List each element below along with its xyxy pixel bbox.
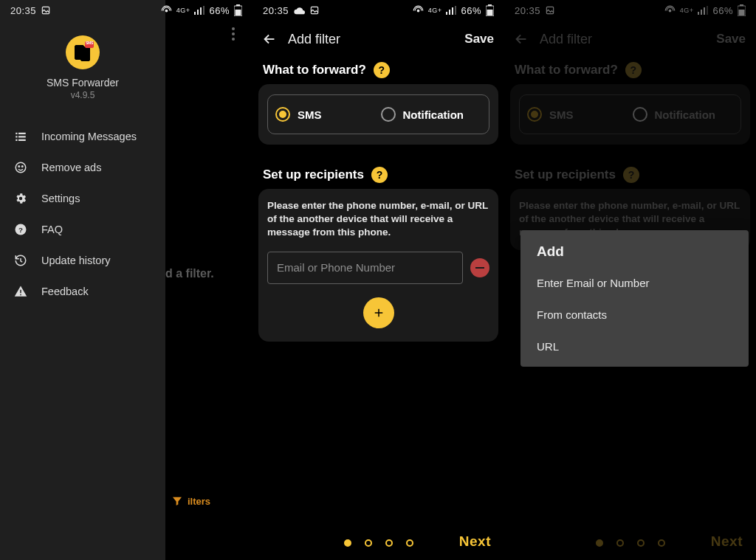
signal-icon — [194, 6, 205, 15]
svg-rect-6 — [197, 10, 199, 15]
svg-rect-12 — [16, 133, 17, 134]
app-bar: Add filter Save — [252, 21, 504, 58]
overflow-menu-icon[interactable] — [224, 25, 242, 43]
cloud-icon — [293, 6, 305, 15]
network-type: 4G+ — [176, 7, 190, 14]
radio-notification[interactable]: Notification — [377, 107, 482, 122]
status-time: 20:35 — [263, 5, 289, 16]
back-icon[interactable] — [260, 30, 279, 49]
status-bar: 20:35 4G+ 66% — [0, 0, 252, 21]
svg-point-18 — [16, 162, 26, 173]
add-recipient-button[interactable] — [363, 297, 394, 328]
svg-rect-28 — [455, 6, 456, 15]
svg-rect-5 — [194, 12, 196, 15]
svg-rect-25 — [446, 12, 447, 15]
help-icon: ? — [13, 223, 28, 236]
dialog-title: Add — [520, 243, 749, 267]
nav-feedback[interactable]: Feedback — [0, 276, 165, 307]
app-logo — [66, 35, 100, 69]
svg-point-4 — [165, 10, 168, 12]
add-recipient-dialog: Add Enter Email or Number From contacts … — [520, 230, 749, 367]
battery-icon — [234, 4, 242, 16]
nav-faq[interactable]: ? FAQ — [0, 214, 165, 245]
save-button[interactable]: Save — [464, 32, 494, 46]
nav-incoming-messages[interactable]: Incoming Messages — [0, 121, 165, 152]
dialog-option-url[interactable]: URL — [520, 331, 749, 362]
page-dot — [406, 539, 413, 547]
page-dot — [385, 539, 393, 547]
hotspot-icon — [413, 5, 424, 16]
svg-rect-31 — [487, 10, 493, 15]
history-icon — [13, 254, 28, 267]
nav-update-history[interactable]: Update history — [0, 245, 165, 276]
svg-rect-7 — [200, 7, 202, 15]
recipient-input[interactable] — [267, 252, 463, 284]
recipients-description: Please enter the phone number, e-mail, o… — [267, 199, 489, 240]
smile-icon — [13, 161, 28, 174]
section-what-to-forward: What to forward? ? — [252, 58, 504, 84]
status-bar: 20:35 4G+ 66% — [252, 0, 504, 21]
nav-label: Feedback — [41, 286, 89, 297]
app-version: v4.9.5 — [71, 90, 95, 100]
page-title: Add filter — [288, 32, 340, 47]
page-dot-active — [344, 539, 351, 547]
svg-rect-15 — [18, 136, 26, 137]
battery-pct: 66% — [209, 5, 230, 16]
svg-rect-13 — [18, 133, 26, 134]
radio-unselected-icon — [381, 107, 396, 122]
battery-pct: 66% — [461, 5, 481, 16]
hotspot-icon — [161, 5, 172, 16]
warning-icon — [13, 285, 28, 298]
svg-point-2 — [232, 38, 235, 41]
section-recipients: Set up recipients ? — [252, 162, 504, 189]
svg-point-20 — [22, 166, 24, 167]
nav-label: Update history — [41, 255, 111, 266]
forward-type-group: SMS Notification — [267, 94, 489, 134]
radio-selected-icon — [275, 107, 290, 122]
screenshot-icon — [309, 5, 320, 15]
nav-label: Settings — [41, 193, 80, 204]
dialog-option-contacts[interactable]: From contacts — [520, 299, 749, 331]
network-type: 4G+ — [428, 7, 442, 14]
svg-point-1 — [232, 32, 235, 35]
filters-fab-partial[interactable]: ilters — [171, 489, 245, 513]
dialog-option-enter[interactable]: Enter Email or Number — [520, 267, 749, 299]
page-dot — [365, 539, 372, 547]
signal-icon — [446, 6, 456, 15]
svg-point-19 — [18, 166, 20, 167]
radio-sms[interactable]: SMS — [275, 107, 377, 122]
nav-label: FAQ — [41, 224, 63, 235]
list-icon — [13, 130, 28, 143]
navigation-drawer: SMS Forwarder v4.9.5 Incoming Messages R… — [0, 0, 165, 560]
minus-icon — [475, 267, 484, 269]
svg-rect-27 — [452, 7, 453, 15]
svg-rect-14 — [16, 136, 17, 137]
screenshot-icon — [41, 5, 51, 15]
svg-text:?: ? — [18, 226, 23, 234]
help-icon[interactable]: ? — [371, 167, 388, 183]
nav-settings[interactable]: Settings — [0, 183, 165, 214]
svg-rect-26 — [449, 10, 450, 15]
svg-rect-17 — [18, 139, 26, 141]
plus-icon — [372, 306, 385, 319]
nav-remove-ads[interactable]: Remove ads — [0, 152, 165, 183]
svg-point-24 — [417, 10, 419, 12]
remove-recipient-button[interactable] — [470, 258, 489, 277]
gear-icon — [13, 192, 28, 205]
svg-rect-11 — [236, 10, 241, 15]
empty-state-text: d a filter. — [165, 267, 214, 280]
svg-rect-8 — [203, 6, 205, 15]
status-time: 20:35 — [10, 5, 36, 16]
nav-label: Remove ads — [41, 162, 101, 173]
nav-label: Incoming Messages — [41, 131, 137, 142]
battery-icon — [486, 4, 494, 16]
svg-point-0 — [232, 27, 235, 30]
app-name: SMS Forwarder — [47, 77, 119, 89]
next-button[interactable]: Next — [459, 533, 491, 550]
help-icon[interactable]: ? — [374, 62, 390, 78]
svg-rect-16 — [16, 139, 17, 141]
